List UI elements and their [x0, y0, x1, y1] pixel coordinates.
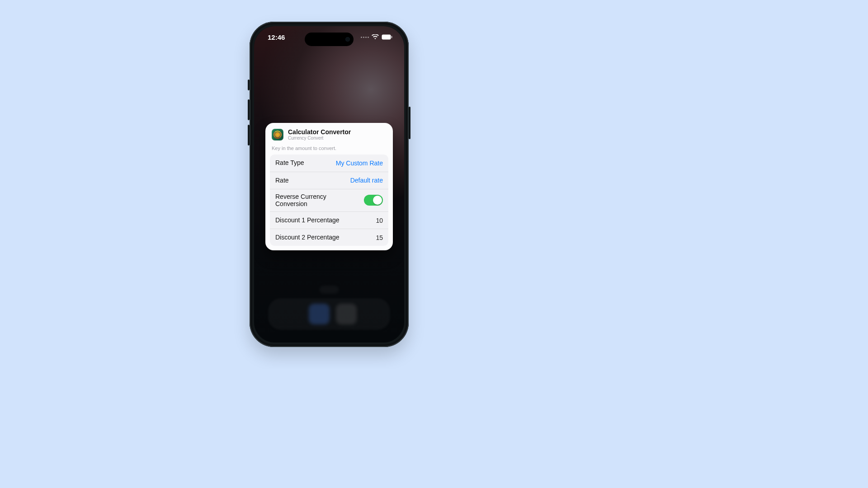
dock	[268, 298, 390, 330]
row-reverse-currency[interactable]: Reverse Currency Conversion	[270, 189, 388, 212]
row-rate[interactable]: Rate Default rate	[270, 172, 388, 189]
status-bar: 12:46	[254, 26, 404, 48]
widget-prompt: Key in the amount to convert.	[265, 144, 393, 155]
row-value-link[interactable]: My Custom Rate	[336, 160, 383, 167]
status-time: 12:46	[268, 33, 285, 41]
row-label: Reverse Currency Conversion	[275, 193, 343, 208]
row-value-link[interactable]: Default rate	[350, 177, 383, 184]
app-icon	[272, 129, 283, 141]
volume-down-button	[248, 125, 250, 145]
row-value: 15	[376, 234, 383, 241]
reverse-toggle[interactable]	[364, 195, 383, 206]
status-right	[361, 34, 392, 40]
dock-app	[336, 304, 357, 324]
battery-icon	[382, 34, 392, 40]
power-button	[409, 107, 410, 139]
silence-switch	[248, 80, 250, 90]
row-label: Discount 1 Percentage	[275, 216, 340, 224]
row-value: 10	[376, 217, 383, 224]
svg-rect-1	[392, 36, 392, 38]
row-label: Discount 2 Percentage	[275, 234, 340, 241]
wifi-icon	[372, 34, 379, 40]
widget-rows: Rate Type My Custom Rate Rate Default ra…	[270, 155, 388, 246]
dock-app	[309, 304, 330, 324]
phone-frame: 12:46	[250, 22, 409, 347]
widget-header: Calculator Convertor Currency Convert	[265, 123, 393, 144]
widget-title: Calculator Convertor	[288, 128, 351, 136]
row-label: Rate	[275, 177, 289, 184]
phone-screen: 12:46	[254, 26, 404, 343]
volume-up-button	[248, 99, 250, 120]
cellular-icon	[361, 37, 369, 38]
widget-card: Calculator Convertor Currency Convert Ke…	[265, 123, 393, 250]
row-discount-1[interactable]: Discount 1 Percentage 10	[270, 211, 388, 229]
row-discount-2[interactable]: Discount 2 Percentage 15	[270, 229, 388, 246]
svg-rect-0	[382, 35, 391, 40]
toggle-knob	[373, 196, 382, 205]
row-label: Rate Type	[275, 159, 304, 167]
row-rate-type[interactable]: Rate Type My Custom Rate	[270, 155, 388, 172]
widget-subtitle: Currency Convert	[288, 136, 351, 141]
assist-pill	[319, 286, 339, 294]
